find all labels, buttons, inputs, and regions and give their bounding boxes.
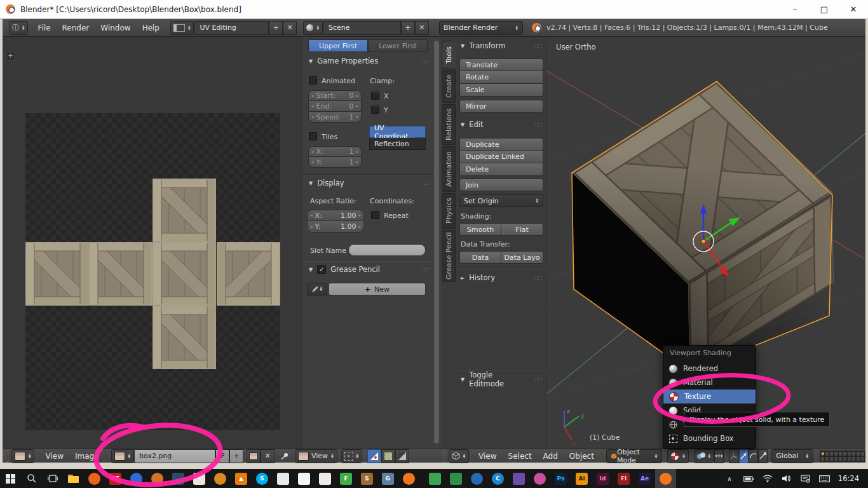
duplicate-button[interactable]: Duplicate [459,138,543,151]
panel-drag-handle-icon[interactable]: ∷∷ [534,121,542,128]
taskbar-app-icon[interactable]: FZ [105,469,126,488]
tab-tools[interactable]: Tools [442,41,456,69]
taskbar-app-icon[interactable] [315,469,336,488]
draw-channel-color-alpha-toggle[interactable] [367,449,381,463]
uv-menu-image[interactable]: Image [69,452,105,461]
add-screen-button[interactable]: + [269,21,283,35]
expand-triangle-icon[interactable]: ► [461,275,465,281]
new-image-button[interactable]: + [229,449,243,463]
wifi-icon[interactable] [758,469,777,488]
taskbar-app-icon[interactable]: G [377,469,398,488]
tab-physics[interactable]: Physics [442,193,456,229]
menu-item-rendered[interactable]: Rendered [663,362,756,376]
task-view-button[interactable] [42,469,63,488]
taskbar-app-icon[interactable] [655,469,676,488]
region-expand-button[interactable]: + [6,51,15,60]
translate-button[interactable]: Translate [459,58,543,71]
taskbar-app-icon[interactable] [273,469,294,488]
taskbar-app-icon[interactable] [466,469,487,488]
menu-item-material[interactable]: Material [663,376,756,390]
sidebar-scrollbar-thumb[interactable] [434,41,439,444]
region-grip[interactable] [442,449,446,463]
editor-type-dropdown[interactable]: ▲▼ [449,449,469,463]
data-button[interactable]: Data [459,251,501,264]
vp-menu-view[interactable]: View [473,452,502,461]
data-layout-button[interactable]: Data Layo [501,251,543,264]
grease-pencil-checkbox[interactable]: ✓ [317,265,326,274]
taskbar-app-icon[interactable]: Id [592,469,613,488]
manipulator-toggle-button[interactable] [714,449,724,463]
clamp-x-checkbox[interactable] [371,92,379,100]
taskbar-app-icon[interactable]: ▲ [231,469,252,488]
mirror-button[interactable]: Mirror [459,100,543,112]
sidebar-scrollbar-track[interactable] [434,41,439,444]
game-properties-panel-header[interactable]: ▼ Game Properties ∷∷ [309,56,430,66]
delete-scene-button[interactable]: ✕ [415,21,429,35]
volume-icon[interactable] [777,469,796,488]
pin-button[interactable] [278,450,291,463]
display-channels-dropdown[interactable]: View ▲▼ [295,449,337,463]
taskbar-app-icon[interactable]: F [336,469,356,488]
menu-item-bounding-box[interactable]: Bounding Box [663,431,756,445]
end-frame-field[interactable]: End:0 [308,101,362,112]
image-name-field[interactable]: box2.png [134,449,215,463]
taskbar-app-icon[interactable]: Ai [571,469,592,488]
draw-channel-zbuffer-toggle[interactable] [395,449,409,463]
start-button[interactable] [0,469,21,488]
taskbar-app-icon[interactable] [84,469,105,488]
vp-menu-add[interactable]: Add [538,452,564,461]
repeat-checkbox[interactable] [371,211,379,219]
taskbar-app-icon[interactable] [147,469,168,488]
collapse-triangle-icon[interactable]: ▼ [461,43,465,49]
pivot-center-dropdown[interactable]: ▲▼ [341,449,362,463]
transform-orientation-dropdown[interactable]: Global ▲▼ [771,449,813,463]
battery-icon[interactable] [739,469,758,488]
taskbar-app-icon[interactable]: Ps [550,469,571,488]
viewport-shading-dropdown[interactable]: ▲▼ [667,449,688,463]
collapse-triangle-icon[interactable]: ▼ [309,58,313,64]
taskbar-app-icon[interactable]: S [356,469,377,488]
taskbar-app-icon[interactable]: Fl [613,469,634,488]
action-center-icon[interactable] [796,469,815,488]
rotate-manipulator-button[interactable] [749,449,758,463]
tiles-x-field[interactable]: X:1 [308,146,362,157]
taskbar-app-icon[interactable] [168,469,189,488]
taskbar-app-icon[interactable] [294,469,315,488]
taskbar-app-icon[interactable] [210,469,231,488]
taskbar-app-icon[interactable] [424,469,445,488]
collapse-triangle-icon[interactable]: ▼ [309,267,313,273]
collapse-triangle-icon[interactable]: ▼ [461,122,465,128]
vp-menu-object[interactable]: Object [564,452,600,461]
menu-render[interactable]: Render [57,24,95,32]
duplicate-linked-button[interactable]: Duplicate Linked [459,151,543,163]
scale-manipulator-button[interactable] [758,449,768,463]
taskbar-app-icon[interactable]: S [252,469,273,488]
panel-drag-handle-icon[interactable]: ∷∷ [534,274,542,281]
editor-type-dropdown[interactable]: ▲▼ [11,449,34,463]
tab-grease-pencil[interactable]: Grease Pencil [442,230,456,282]
menu-item-texture[interactable]: Texture [663,390,756,403]
pack-image-button[interactable] [247,449,261,463]
scale-button[interactable]: Scale [459,84,543,97]
pivot-point-dropdown[interactable]: ▲▼ [694,449,714,463]
panel-drag-handle-icon[interactable]: ∷∷ [421,180,430,187]
delete-screen-button[interactable]: ✕ [283,21,297,35]
scene-icon-dropdown[interactable]: ▲▼ [303,21,322,35]
vp-menu-select[interactable]: Select [503,452,538,461]
animated-checkbox[interactable] [309,76,317,85]
taskbar-app-icon[interactable] [189,469,210,488]
grease-pencil-source-dropdown[interactable]: ▲▼ [307,283,327,295]
panel-drag-handle-icon[interactable]: ∷∷ [534,43,542,50]
join-button[interactable]: Join [459,179,543,191]
menu-file[interactable]: File [32,24,56,32]
unlink-image-button[interactable]: ✕ [261,449,275,463]
scene-name-field[interactable]: Scene [323,21,401,35]
mode-dropdown[interactable]: Object Mode ▲▼ [606,449,662,463]
add-scene-button[interactable]: + [401,21,415,35]
order-upper-first-button[interactable]: Upper First [308,39,368,52]
tab-create[interactable]: Create [442,70,456,103]
translate-manipulator-button[interactable] [739,449,749,463]
taskbar-app-icon[interactable] [445,469,466,488]
fake-user-button[interactable]: F [215,449,229,463]
tiles-checkbox[interactable] [309,132,317,140]
